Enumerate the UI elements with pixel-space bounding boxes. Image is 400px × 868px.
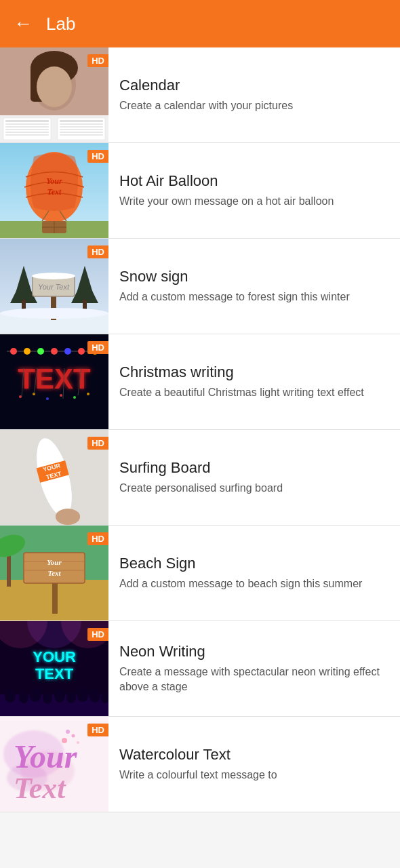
list-item[interactable]: Your Text HD Hot Air Balloon Write your … — [0, 143, 400, 239]
item-description: Create a calendar with your pictures — [119, 98, 389, 113]
svg-point-89 — [5, 689, 16, 703]
svg-text:Text: Text — [47, 569, 61, 577]
svg-point-95 — [77, 687, 89, 702]
hd-badge: HD — [87, 724, 108, 736]
list-item[interactable]: TEXT — [0, 334, 400, 430]
item-description: Create a message with spectacular neon w… — [119, 665, 389, 695]
svg-text:Text: Text — [14, 772, 66, 805]
item-content: Surfing Board Create personalised surfin… — [108, 430, 400, 525]
item-description: Create a beautiful Christmas light writi… — [119, 385, 389, 400]
svg-rect-16 — [60, 126, 103, 127]
svg-rect-14 — [60, 120, 103, 122]
item-content: Hot Air Balloon Write your own message o… — [108, 143, 400, 238]
svg-point-106 — [66, 730, 70, 734]
item-title: Neon Writing — [119, 643, 389, 660]
svg-point-105 — [72, 734, 75, 738]
svg-rect-11 — [5, 129, 49, 130]
items-list: HD Calendar Create a calendar with your … — [0, 47, 400, 812]
svg-text:Your: Your — [46, 176, 62, 186]
svg-point-92 — [43, 692, 52, 704]
svg-text:YOUR: YOUR — [33, 648, 76, 665]
item-content: Christmas writing Create a beautiful Chr… — [108, 334, 400, 429]
svg-point-52 — [78, 348, 85, 355]
svg-point-41 — [32, 273, 75, 279]
svg-text:Your: Your — [47, 558, 62, 566]
svg-rect-17 — [60, 129, 103, 130]
hd-badge: HD — [87, 628, 108, 641]
item-title: Watercolour Text — [119, 746, 389, 764]
list-item[interactable]: Your Text HD Beach Sign Add a custom mes… — [0, 526, 400, 621]
thumbnail: YOUR TEXT HD — [0, 430, 108, 525]
item-content: Snow sign Add a custom message to forest… — [108, 239, 400, 334]
item-description: Add a custom message to beach sign this … — [119, 576, 389, 591]
svg-point-107 — [77, 741, 79, 744]
svg-text:Your Text: Your Text — [38, 283, 70, 291]
svg-rect-19 — [60, 134, 103, 136]
item-description: Create personalised surfing board — [119, 481, 389, 496]
list-item[interactable]: YOUR TEXT HD Surfing Board Create person… — [0, 430, 400, 526]
svg-point-96 — [89, 689, 100, 703]
svg-point-49 — [37, 348, 44, 355]
svg-point-57 — [60, 394, 62, 397]
item-description: Write your own message on a hot air ball… — [119, 194, 389, 209]
item-title: Snow sign — [119, 268, 389, 285]
item-description: Write a colourful text message to — [119, 768, 389, 783]
svg-point-91 — [29, 687, 41, 702]
svg-rect-10 — [5, 126, 49, 127]
hd-badge: HD — [87, 54, 108, 67]
svg-text:Your: Your — [14, 738, 78, 774]
thumbnail: Your Text HD — [0, 239, 108, 334]
svg-point-48 — [24, 348, 31, 355]
thumbnail: YOUR TEXT HD — [0, 621, 108, 716]
hd-badge: HD — [87, 532, 108, 545]
svg-rect-8 — [5, 120, 49, 122]
svg-text:Text: Text — [47, 187, 62, 197]
svg-point-51 — [64, 348, 71, 355]
item-title: Calendar — [119, 77, 389, 94]
svg-rect-9 — [5, 123, 49, 125]
svg-point-4 — [37, 66, 72, 107]
svg-point-56 — [46, 397, 49, 400]
svg-point-104 — [62, 738, 67, 743]
svg-rect-70 — [56, 511, 80, 521]
thumbnail: Your Text HD — [0, 526, 108, 620]
hd-badge: HD — [87, 437, 108, 450]
item-title: Hot Air Balloon — [119, 172, 389, 190]
svg-point-50 — [51, 348, 58, 355]
thumbnail: HD — [0, 47, 108, 142]
item-title: Beach Sign — [119, 555, 389, 572]
list-item[interactable]: YOUR TEXT HD Neon Writing Create a messa… — [0, 621, 400, 717]
item-content: Watercolour Text Write a colourful text … — [108, 717, 400, 812]
svg-point-47 — [10, 348, 17, 355]
page-title: Lab — [46, 14, 75, 35]
list-item[interactable]: Your Text HD Snow sign Add a custom mess… — [0, 239, 400, 334]
svg-rect-18 — [60, 132, 103, 133]
list-item[interactable]: Your Text HD Watercolour Text Write a co… — [0, 717, 400, 812]
svg-point-54 — [19, 395, 22, 398]
item-content: Beach Sign Add a custom message to beach… — [108, 526, 400, 620]
svg-point-94 — [66, 691, 76, 703]
thumbnail: TEXT — [0, 334, 108, 429]
item-title: Surfing Board — [119, 459, 389, 477]
thumbnail: Your Text HD — [0, 143, 108, 238]
svg-rect-15 — [60, 123, 103, 125]
svg-point-58 — [73, 396, 76, 399]
svg-rect-12 — [5, 132, 49, 133]
hd-badge: HD — [87, 341, 108, 354]
item-description: Add a custom message to forest sign this… — [119, 290, 389, 304]
svg-rect-13 — [5, 134, 49, 136]
thumbnail: Your Text HD — [0, 717, 108, 812]
list-item[interactable]: HD Calendar Create a calendar with your … — [0, 47, 400, 143]
svg-point-90 — [19, 691, 28, 703]
item-title: Christmas writing — [119, 363, 389, 381]
item-content: Neon Writing Create a message with spect… — [108, 621, 400, 716]
hd-badge: HD — [87, 150, 108, 163]
svg-point-93 — [54, 689, 65, 703]
hd-badge: HD — [87, 245, 108, 258]
svg-point-59 — [87, 393, 89, 395]
back-button[interactable]: ← — [14, 14, 33, 33]
svg-text:TEXT: TEXT — [35, 665, 74, 682]
item-content: Calendar Create a calendar with your pic… — [108, 47, 400, 142]
app-header: ← Lab — [0, 0, 400, 47]
svg-rect-76 — [24, 553, 85, 583]
